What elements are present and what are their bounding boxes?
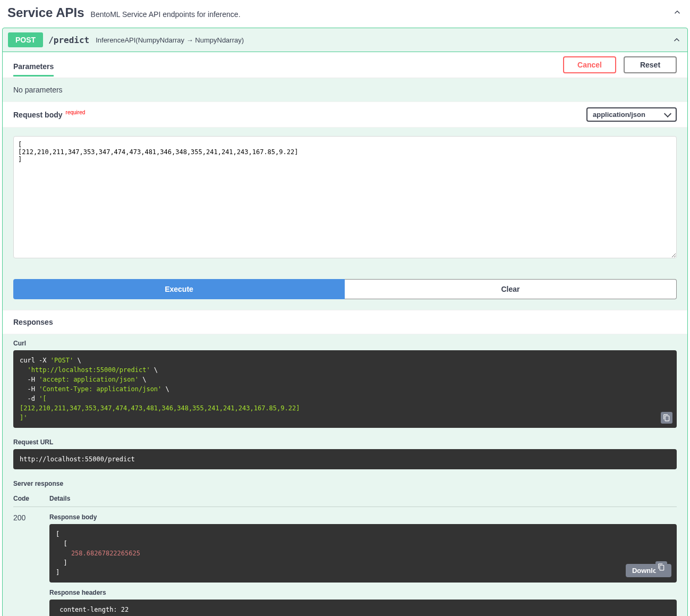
required-badge: required (66, 109, 86, 115)
response-headers-block: content-length: 22 content-type: applica… (49, 600, 677, 616)
request-body-label: Request body (13, 111, 63, 119)
curl-text: 'Content-Type: application/json' (39, 385, 161, 393)
curl-text: [212,210,211,347,353,347,474,473,481,346… (20, 404, 300, 412)
request-body-input[interactable] (13, 136, 677, 258)
resp-line: ] (56, 559, 67, 567)
curl-text: -H (20, 385, 39, 393)
request-url-label: Request URL (3, 433, 687, 449)
curl-text: \ (150, 366, 158, 374)
operation-description: InferenceAPI(NumpyNdarray → NumpyNdarray… (96, 36, 671, 44)
curl-text: \ (139, 376, 146, 383)
curl-text: 'http://localhost:55000/predict' (20, 366, 150, 374)
copy-icon[interactable] (655, 561, 667, 573)
chevron-up-icon (671, 35, 682, 45)
curl-text: 'POST' (50, 357, 73, 364)
curl-text: 'accept: application/json' (39, 376, 139, 383)
method-badge: POST (8, 32, 43, 47)
curl-text: ]' (20, 414, 27, 421)
resp-line: [ (56, 540, 67, 547)
curl-text: '[ (39, 395, 46, 402)
curl-text: \ (73, 357, 81, 364)
reset-button[interactable]: Reset (624, 56, 677, 73)
section-header[interactable]: Service APIs BentoML Service API endpoin… (0, 0, 690, 26)
request-body-header: Request body required application/json (3, 102, 687, 128)
resp-line: [ (56, 530, 59, 538)
resp-value: 258.68267822265625 (56, 550, 140, 557)
cancel-button[interactable]: Cancel (563, 56, 616, 73)
request-url-value: http://localhost:55000/predict (20, 455, 135, 463)
section-description: BentoML Service API endpoints for infere… (91, 10, 672, 19)
resp-line: ] (56, 569, 59, 576)
execute-button[interactable]: Execute (13, 279, 345, 299)
chevron-up-icon (672, 7, 683, 18)
tab-parameters[interactable]: Parameters (13, 58, 54, 77)
parameters-tab-bar: Parameters Cancel Reset (3, 52, 687, 78)
response-code: 200 (13, 513, 49, 616)
response-detail: Response body [ [ 258.68267822265625 ] ]… (49, 513, 677, 616)
code-column-header: Code (13, 495, 49, 502)
request-url-block: http://localhost:55000/predict (13, 449, 677, 469)
operation-summary[interactable]: POST /predict InferenceAPI(NumpyNdarray … (3, 28, 687, 52)
operation-body: Parameters Cancel Reset No parameters Re… (3, 52, 687, 616)
curl-text: -H (20, 376, 39, 383)
no-parameters-text: No parameters (3, 78, 687, 102)
request-body-area (3, 128, 687, 268)
endpoint-path: /predict (48, 35, 89, 45)
content-type-value: application/json (586, 107, 677, 122)
curl-code-block: curl -X 'POST' \ 'http://localhost:55000… (13, 350, 677, 428)
response-row: 200 Response body [ [ 258.68267822265625… (13, 507, 677, 616)
section-title: Service APIs (7, 5, 84, 20)
response-body-label: Response body (49, 513, 677, 521)
curl-label: Curl (3, 334, 687, 350)
response-table-head: Code Details (13, 491, 677, 507)
clear-button[interactable]: Clear (345, 279, 677, 299)
copy-icon[interactable] (661, 412, 672, 424)
curl-text: curl -X (20, 357, 50, 364)
response-body-block: [ [ 258.68267822265625 ] ]Download (49, 524, 677, 583)
execute-row: Execute Clear (3, 268, 687, 310)
curl-text: -d (20, 395, 39, 402)
responses-header: Responses (3, 310, 687, 334)
response-table: Code Details 200 Response body [ [ 258.6… (3, 491, 687, 616)
curl-text: \ (161, 385, 169, 393)
content-type-select[interactable]: application/json (586, 107, 677, 122)
details-column-header: Details (49, 495, 70, 502)
response-headers-label: Response headers (49, 589, 677, 596)
operation-block: POST /predict InferenceAPI(NumpyNdarray … (2, 28, 688, 616)
server-response-label: Server response (3, 475, 687, 491)
